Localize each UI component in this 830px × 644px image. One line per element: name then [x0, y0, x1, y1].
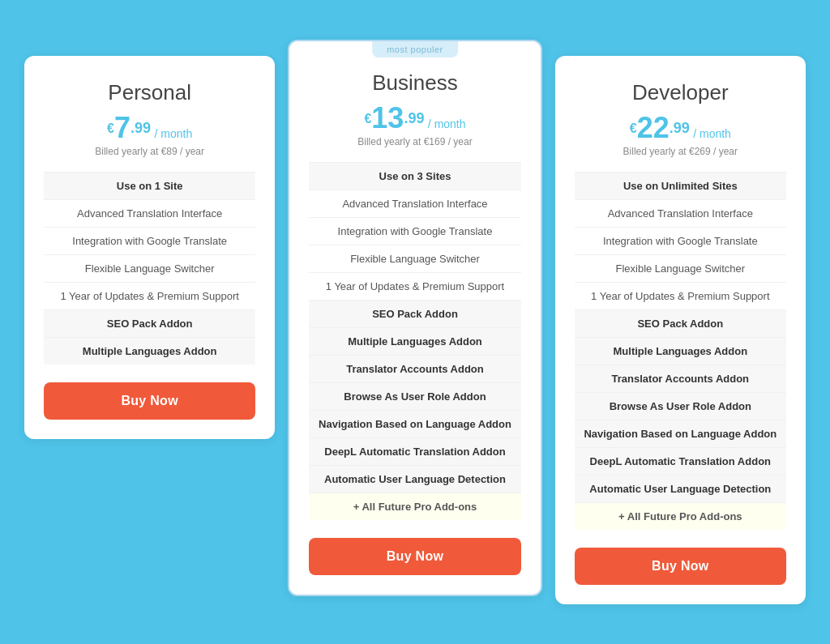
features-list: Use on Unlimited SitesAdvanced Translati…: [575, 172, 786, 530]
feature-item: Use on 1 Site: [44, 172, 255, 199]
feature-item: + All Future Pro Add-ons: [309, 493, 520, 520]
feature-item: Translator Accounts Addon: [575, 365, 786, 392]
plan-amount: 13: [371, 101, 404, 134]
feature-item: Flexible Language Switcher: [44, 254, 255, 282]
feature-item: SEO Pack Addon: [309, 300, 520, 327]
plan-cents: .99: [670, 120, 690, 136]
plan-billed: Billed yearly at €169 / year: [309, 136, 520, 147]
feature-item: Integration with Google Translate: [309, 217, 520, 245]
feature-item: Multiple Languages Addon: [44, 337, 255, 365]
pricing-card-personal: Personal €7.99 / month Billed yearly at …: [24, 56, 275, 439]
feature-item: SEO Pack Addon: [575, 309, 786, 337]
plan-cents: .99: [130, 120, 151, 136]
feature-item: Automatic User Language Detection: [309, 465, 520, 493]
features-list: Use on 3 SitesAdvanced Translation Inter…: [309, 162, 520, 520]
pricing-wrapper: Personal €7.99 / month Billed yearly at …: [18, 40, 812, 604]
plan-cents: .99: [404, 110, 424, 126]
feature-item: 1 Year of Updates & Premium Support: [575, 282, 786, 309]
plan-amount: 22: [637, 111, 670, 144]
feature-item: DeepL Automatic Translation Addon: [575, 447, 786, 475]
feature-item: Automatic User Language Detection: [575, 475, 786, 502]
buy-now-button[interactable]: Buy Now: [309, 538, 520, 575]
feature-item: Use on 3 Sites: [309, 162, 520, 190]
plan-name: Developer: [575, 80, 786, 105]
feature-item: Translator Accounts Addon: [309, 355, 520, 382]
plan-period: / month: [693, 127, 731, 140]
plan-billed: Billed yearly at €269 / year: [575, 146, 786, 157]
feature-item: Browse As User Role Addon: [309, 382, 520, 410]
feature-item: 1 Year of Updates & Premium Support: [44, 282, 255, 309]
feature-item: Navigation Based on Language Addon: [309, 410, 520, 437]
most-popular-badge: most populer: [372, 41, 458, 58]
feature-item: DeepL Automatic Translation Addon: [309, 437, 520, 465]
buy-now-button[interactable]: Buy Now: [44, 382, 255, 420]
feature-item: Use on Unlimited Sites: [575, 172, 786, 199]
plan-price: €7.99 / month: [44, 113, 255, 143]
buy-now-button[interactable]: Buy Now: [575, 548, 786, 585]
feature-item: Advanced Translation Interface: [44, 199, 255, 227]
feature-item: Navigation Based on Language Addon: [575, 420, 786, 447]
pricing-card-developer: Developer €22.99 / month Billed yearly a…: [555, 56, 806, 604]
feature-item: Browse As User Role Addon: [575, 392, 786, 420]
features-list: Use on 1 SiteAdvanced Translation Interf…: [44, 172, 255, 365]
feature-item: Integration with Google Translate: [44, 227, 255, 254]
plan-amount: 7: [114, 111, 130, 144]
feature-item: Advanced Translation Interface: [309, 190, 520, 217]
feature-item: 1 Year of Updates & Premium Support: [309, 272, 520, 300]
plan-currency: €: [630, 122, 637, 135]
feature-item: Multiple Languages Addon: [309, 327, 520, 355]
feature-item: Flexible Language Switcher: [575, 254, 786, 282]
plan-price: €13.99 / month: [309, 104, 520, 133]
plan-currency: €: [107, 122, 114, 135]
plan-billed: Billed yearly at €89 / year: [44, 146, 255, 157]
plan-name: Business: [309, 70, 520, 96]
pricing-card-business: most populer Business €13.99 / month Bil…: [288, 40, 541, 596]
plan-period: / month: [428, 117, 466, 130]
feature-item: Advanced Translation Interface: [575, 199, 786, 227]
feature-item: SEO Pack Addon: [44, 309, 255, 337]
plan-name: Personal: [44, 80, 255, 105]
plan-currency: €: [364, 112, 371, 126]
feature-item: Flexible Language Switcher: [309, 245, 520, 272]
feature-item: Multiple Languages Addon: [575, 337, 786, 365]
feature-item: + All Future Pro Add-ons: [575, 502, 786, 530]
feature-item: Integration with Google Translate: [575, 227, 786, 254]
plan-price: €22.99 / month: [575, 113, 786, 143]
plan-period: / month: [155, 127, 193, 140]
